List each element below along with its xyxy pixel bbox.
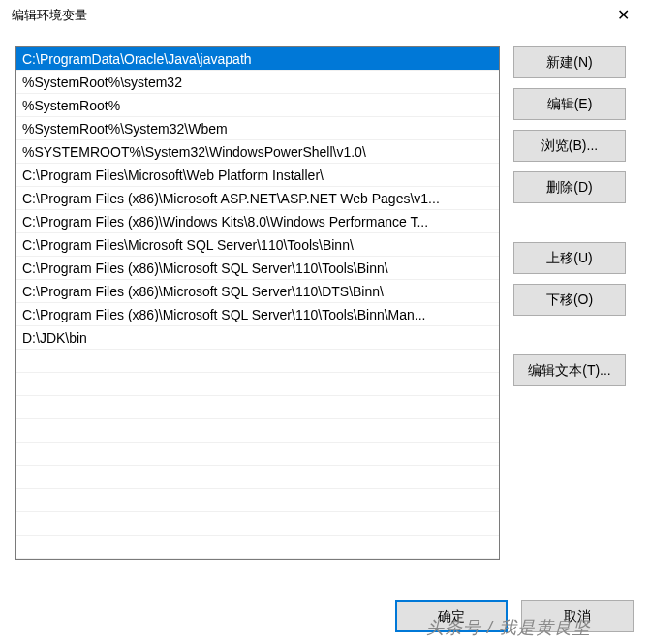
new-button[interactable]: 新建(N) <box>513 46 626 78</box>
list-item[interactable]: C:\Program Files (x86)\Windows Kits\8.0\… <box>16 210 499 233</box>
list-item[interactable]: C:\Program Files (x86)\Microsoft ASP.NET… <box>16 187 499 210</box>
list-item <box>16 350 499 373</box>
list-item <box>16 443 499 466</box>
list-item[interactable]: %SYSTEMROOT%\System32\WindowsPowerShell\… <box>16 140 499 164</box>
spacer <box>513 325 626 345</box>
list-item[interactable]: C:\ProgramData\Oracle\Java\javapath <box>16 47 499 71</box>
dialog-content: C:\ProgramData\Oracle\Java\javapath%Syst… <box>0 31 649 567</box>
list-item <box>16 489 499 512</box>
list-item <box>16 512 499 536</box>
spacer <box>513 213 626 232</box>
move-up-button[interactable]: 上移(U) <box>513 242 626 274</box>
window-title: 编辑环境变量 <box>12 7 87 24</box>
edit-button[interactable]: 编辑(E) <box>513 88 626 120</box>
list-item[interactable]: C:\Program Files\Microsoft\Web Platform … <box>16 164 499 187</box>
delete-button[interactable]: 删除(D) <box>513 171 626 203</box>
list-item <box>16 536 499 559</box>
dialog-footer: 确定 取消 <box>395 600 634 632</box>
list-item <box>16 373 499 396</box>
ok-button[interactable]: 确定 <box>395 600 508 632</box>
list-item[interactable]: %SystemRoot%\system32 <box>16 71 499 94</box>
list-item[interactable]: D:\JDK\bin <box>16 326 499 350</box>
browse-button[interactable]: 浏览(B)... <box>513 130 626 162</box>
path-listbox[interactable]: C:\ProgramData\Oracle\Java\javapath%Syst… <box>15 46 500 560</box>
move-down-button[interactable]: 下移(O) <box>513 284 626 316</box>
list-item <box>16 466 499 489</box>
list-item[interactable]: %SystemRoot% <box>16 94 499 117</box>
list-item <box>16 419 499 443</box>
edit-text-button[interactable]: 编辑文本(T)... <box>513 354 626 386</box>
cancel-button[interactable]: 取消 <box>521 600 634 632</box>
list-item <box>16 396 499 419</box>
list-item[interactable]: C:\Program Files (x86)\Microsoft SQL Ser… <box>16 303 499 326</box>
close-icon[interactable]: ✕ <box>609 4 637 26</box>
list-item[interactable]: C:\Program Files (x86)\Microsoft SQL Ser… <box>16 257 499 280</box>
list-item[interactable]: C:\Program Files (x86)\Microsoft SQL Ser… <box>16 280 499 303</box>
list-item[interactable]: C:\Program Files\Microsoft SQL Server\11… <box>16 233 499 257</box>
titlebar: 编辑环境变量 ✕ <box>0 0 649 31</box>
list-item[interactable]: %SystemRoot%\System32\Wbem <box>16 117 499 140</box>
button-sidebar: 新建(N) 编辑(E) 浏览(B)... 删除(D) 上移(U) 下移(O) 编… <box>513 46 626 560</box>
